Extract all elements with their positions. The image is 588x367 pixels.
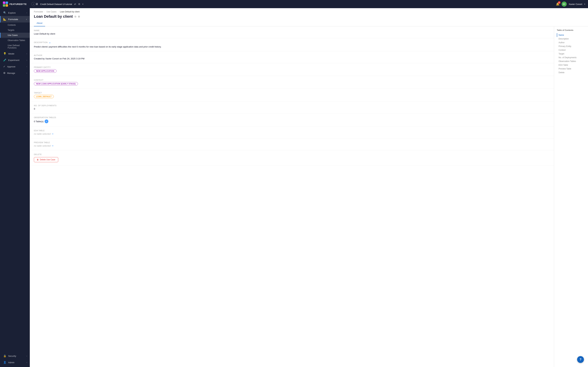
sidebar-item-experiment[interactable]: 🧪 Experiment › bbox=[0, 57, 30, 63]
sidebar: 🔍 Explore › 📐 Formulate ∨ Contexts Targe… bbox=[0, 8, 30, 367]
section-primary-entity: Primary Entity NEW APPLICATION bbox=[30, 63, 554, 76]
admin-icon: 👤 bbox=[3, 361, 7, 364]
toc-item-eda-table[interactable]: EDA Table bbox=[557, 63, 585, 67]
manage-icon: ⚙ bbox=[3, 72, 5, 75]
share-icon[interactable]: ⇄ bbox=[74, 3, 76, 5]
link-icon[interactable]: ⊞ bbox=[78, 15, 80, 18]
section-observation-tables: Observation Tables 0 Table(s) + bbox=[30, 113, 554, 126]
help-button[interactable]: ? bbox=[577, 356, 584, 363]
toc-item-deployments[interactable]: No. of Deployments bbox=[557, 56, 585, 59]
manage-chevron-icon: › bbox=[26, 72, 27, 74]
toc-item-delete[interactable]: Delete bbox=[557, 71, 585, 74]
sidebar-item-explore[interactable]: 🔍 Explore › bbox=[0, 9, 30, 16]
sidebar-item-observation-tables[interactable]: Observation Tables bbox=[0, 38, 30, 43]
sidebar-collapse-button[interactable]: ‹ bbox=[31, 2, 35, 6]
admin-chevron-icon: › bbox=[26, 362, 27, 363]
experiment-chevron-icon: › bbox=[26, 59, 27, 61]
ideate-icon: 💡 bbox=[3, 52, 7, 55]
section-author: Author Created by Xavier Conort on Feb 2… bbox=[30, 51, 554, 63]
toc-item-description[interactable]: Description bbox=[557, 37, 585, 41]
tab-about[interactable]: About bbox=[34, 20, 45, 26]
section-context: Context NEW LOAN APPLICATION (EARLY STAG… bbox=[30, 76, 554, 89]
sidebar-item-approve[interactable]: ✓ Approve › bbox=[0, 63, 30, 70]
notification-badge: 8 bbox=[558, 1, 561, 4]
toc-item-target[interactable]: Target bbox=[557, 52, 585, 56]
content-body: Name Loan Default by client Description … bbox=[30, 26, 588, 367]
nav-center: 🖥 Credit Default Dataset UI tutorial ⇄ ⚙… bbox=[35, 3, 556, 6]
deployments-value: 0 bbox=[34, 108, 550, 110]
sidebar-item-contexts[interactable]: Contexts bbox=[0, 23, 30, 28]
logo-text: FEATUREBYTE bbox=[9, 3, 27, 5]
author-value: Created by Xavier Conort on Feb 24, 2025… bbox=[34, 57, 550, 60]
sidebar-item-targets[interactable]: Targets bbox=[0, 28, 30, 33]
security-icon: 🔒 bbox=[3, 354, 7, 358]
form-area: Name Loan Default by client Description … bbox=[30, 26, 554, 367]
context-tag: NEW LOAN APPLICATION (EARLY STAGE) bbox=[34, 82, 78, 85]
toc-title: Table of Contents bbox=[557, 29, 585, 31]
toc-item-author[interactable]: Author bbox=[557, 41, 585, 44]
delete-use-case-button[interactable]: 🗑 Delete Use Case bbox=[34, 157, 58, 162]
section-delete: Delete 🗑 Delete Use Case bbox=[30, 150, 554, 166]
sidebar-item-user-defined-functions[interactable]: User Defined Functions bbox=[0, 43, 30, 50]
delete-label: Delete bbox=[34, 153, 550, 155]
toc-item-preview-table[interactable]: Preview Table bbox=[557, 67, 585, 71]
monitor-icon: 🖥 bbox=[35, 3, 38, 6]
sidebar-item-formulate[interactable]: 📐 Formulate ∨ bbox=[0, 16, 30, 23]
tabs-bar: About bbox=[30, 20, 588, 26]
explore-icon: 🔍 bbox=[3, 11, 7, 14]
breadcrumb-current: Loan Default by client bbox=[60, 10, 80, 13]
breadcrumb-formulate[interactable]: Formulate bbox=[34, 10, 43, 13]
section-name: Name Loan Default by client bbox=[30, 26, 554, 38]
preview-value: no table selected bbox=[34, 144, 50, 147]
eda-edit-icon[interactable]: ✏ bbox=[52, 133, 54, 135]
copy-icon[interactable]: ⧉ bbox=[75, 15, 76, 18]
formulate-chevron-icon: ∨ bbox=[26, 18, 27, 20]
toc-item-context[interactable]: Context bbox=[557, 48, 585, 52]
section-target: Target LOAN_DEFAULT bbox=[30, 89, 554, 101]
preview-label: Preview Table bbox=[34, 142, 550, 143]
approve-chevron-icon: › bbox=[26, 66, 27, 67]
primary-entity-tag: NEW APPLICATION bbox=[34, 69, 57, 73]
name-value: Loan Default by client bbox=[34, 33, 550, 35]
description-edit-icon[interactable]: ✏ bbox=[49, 42, 51, 44]
toc-item-observation-tables[interactable]: Observation Tables bbox=[557, 59, 585, 63]
svg-rect-0 bbox=[3, 1, 5, 4]
sidebar-item-security[interactable]: 🔒 Security › bbox=[0, 353, 30, 359]
trash-icon: 🗑 bbox=[37, 158, 39, 161]
preview-edit-icon[interactable]: ✏ bbox=[52, 145, 54, 147]
breadcrumb-use-cases[interactable]: Use Cases bbox=[47, 10, 57, 13]
sidebar-item-manage[interactable]: ⚙ Manage › bbox=[0, 70, 30, 76]
section-deployments: No. of Deployments 0 bbox=[30, 101, 554, 113]
sidebar-item-ideate[interactable]: 💡 Ideate › bbox=[0, 50, 30, 57]
svg-rect-3 bbox=[6, 4, 8, 7]
svg-rect-1 bbox=[6, 1, 8, 4]
notification-bell[interactable]: 🔔 8 bbox=[556, 2, 560, 6]
svg-rect-2 bbox=[3, 4, 5, 7]
description-value: Predict clients' payment difficulties th… bbox=[34, 45, 550, 48]
toc-item-primary-entity[interactable]: Primary Entity bbox=[557, 44, 585, 48]
security-chevron-icon: › bbox=[26, 355, 27, 357]
sidebar-item-use-cases[interactable]: Use Cases bbox=[0, 33, 30, 38]
obs-tables-value: 0 Table(s) bbox=[34, 120, 44, 123]
user-menu-chevron[interactable]: ▾ bbox=[584, 3, 585, 5]
eda-label: EDA Table bbox=[34, 130, 550, 132]
primary-entity-label: Primary Entity bbox=[34, 66, 550, 68]
toc-item-name[interactable]: Name bbox=[557, 33, 585, 37]
add-observation-table-button[interactable]: + bbox=[45, 119, 48, 123]
target-tag: LOAN_DEFAULT bbox=[34, 95, 54, 98]
settings-icon[interactable]: ⚙ bbox=[78, 3, 80, 5]
section-preview-table: Preview Table no table selected ✏ bbox=[30, 138, 554, 150]
section-eda-table: EDA Table no table selected ✏ bbox=[30, 126, 554, 138]
description-label: Description bbox=[34, 41, 48, 43]
nav-chevron-icon[interactable]: ▾ bbox=[83, 3, 83, 5]
nav-title: Credit Default Dataset UI tutorial bbox=[40, 3, 72, 5]
eda-value: no table selected bbox=[34, 133, 50, 135]
target-label: Target bbox=[34, 92, 550, 94]
user-name: Xavier Conort bbox=[569, 3, 582, 5]
context-label: Context bbox=[34, 79, 550, 81]
approve-icon: ✓ bbox=[3, 65, 5, 68]
experiment-icon: 🧪 bbox=[3, 58, 7, 62]
nav-right: 🔔 8 XC Xavier Conort ▾ bbox=[556, 1, 585, 7]
logo: FEATUREBYTE bbox=[3, 1, 31, 7]
sidebar-item-admin[interactable]: 👤 Admin › bbox=[0, 359, 30, 366]
